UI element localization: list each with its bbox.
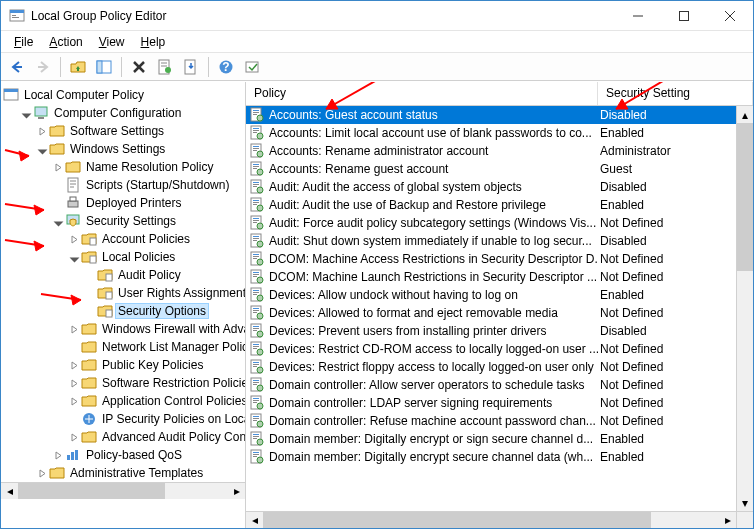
tree-item[interactable]: Software Restriction Policies [1, 374, 245, 392]
tree-item[interactable]: Policy-based QoS [1, 446, 245, 464]
scroll-left-button[interactable]: ◂ [1, 483, 18, 499]
maximize-button[interactable] [661, 1, 707, 30]
list-vscroll[interactable]: ▴ ▾ [736, 106, 753, 511]
policy-row[interactable]: Accounts: Guest account statusDisabled [246, 106, 753, 124]
scroll-right-button[interactable]: ▸ [228, 483, 245, 499]
policy-row[interactable]: Devices: Prevent users from installing p… [246, 322, 753, 340]
export-button[interactable] [179, 55, 203, 79]
policy-row[interactable]: Devices: Restrict floppy access to local… [246, 358, 753, 376]
minimize-button[interactable] [615, 1, 661, 30]
list-body[interactable]: Accounts: Guest account statusDisabledAc… [246, 106, 753, 511]
tree-expander[interactable] [67, 394, 81, 408]
vscroll-track[interactable] [737, 123, 753, 494]
tree-expander[interactable] [67, 358, 81, 372]
tree-expander[interactable] [51, 448, 65, 462]
tree-expander[interactable] [51, 214, 65, 228]
tree-item[interactable]: Public Key Policies [1, 356, 245, 374]
close-button[interactable] [707, 1, 753, 30]
tree-item[interactable]: Administrative Templates [1, 464, 245, 482]
policy-row[interactable]: Devices: Allow undock without having to … [246, 286, 753, 304]
tree-item[interactable]: Local Policies [1, 248, 245, 266]
tree-root[interactable]: Local Computer Policy [1, 86, 245, 104]
scroll-right-button[interactable]: ▸ [719, 512, 736, 528]
tree-item[interactable]: Account Policies [1, 230, 245, 248]
menu-help[interactable]: Help [134, 33, 173, 51]
tree-item[interactable]: Network List Manager Policies [1, 338, 245, 356]
policyf-icon [97, 267, 113, 283]
show-hide-tree-button[interactable] [92, 55, 116, 79]
tree-expander[interactable] [67, 232, 81, 246]
policy-row[interactable]: Audit: Audit the use of Backup and Resto… [246, 196, 753, 214]
policy-row[interactable]: DCOM: Machine Access Restrictions in Sec… [246, 250, 753, 268]
vscroll-thumb[interactable] [737, 123, 753, 271]
scroll-track[interactable] [263, 512, 719, 528]
tree-item[interactable]: User Rights Assignment [1, 284, 245, 302]
policy-row[interactable]: Domain controller: Refuse machine accoun… [246, 412, 753, 430]
folder-icon [49, 141, 65, 157]
printer-icon [65, 195, 81, 211]
list-header: Policy Security Setting [246, 82, 753, 106]
svg-rect-111 [253, 364, 259, 365]
tree-hscroll[interactable]: ◂ ▸ [1, 482, 245, 499]
col-security-setting[interactable]: Security Setting [598, 82, 753, 105]
policy-row[interactable]: Domain member: Digitally encrypt or sign… [246, 430, 753, 448]
tree-expander[interactable] [51, 160, 65, 174]
tree-item[interactable]: Security Settings [1, 212, 245, 230]
scroll-thumb[interactable] [18, 483, 165, 499]
options-button[interactable] [240, 55, 264, 79]
policy-row[interactable]: Accounts: Limit local account use of bla… [246, 124, 753, 142]
tree-expander[interactable] [67, 250, 81, 264]
policy-row[interactable]: Audit: Shut down system immediately if u… [246, 232, 753, 250]
policy-row[interactable]: Audit: Force audit policy subcategory se… [246, 214, 753, 232]
tree-item[interactable]: Windows Settings [1, 140, 245, 158]
tree-expander[interactable] [67, 430, 81, 444]
delete-button[interactable] [127, 55, 151, 79]
tree-item[interactable]: Security Options [1, 302, 245, 320]
tree-expander[interactable] [19, 106, 33, 120]
policy-row[interactable]: DCOM: Machine Launch Restrictions in Sec… [246, 268, 753, 286]
tree-item[interactable]: Audit Policy [1, 266, 245, 284]
tree-item[interactable]: Advanced Audit Policy Configuration [1, 428, 245, 446]
tree-item[interactable]: Computer Configuration [1, 104, 245, 122]
tree-expander[interactable] [35, 124, 49, 138]
col-policy[interactable]: Policy [246, 82, 598, 105]
tree-expander[interactable] [67, 322, 81, 336]
forward-button[interactable] [31, 55, 55, 79]
menu-view[interactable]: View [92, 33, 132, 51]
menu-action[interactable]: Action [42, 33, 89, 51]
titlebar: Local Group Policy Editor [1, 1, 753, 31]
up-folder-button[interactable] [66, 55, 90, 79]
scroll-up-button[interactable]: ▴ [737, 106, 753, 123]
policy-name: Accounts: Limit local account use of bla… [269, 126, 592, 140]
tree-item[interactable]: Scripts (Startup/Shutdown) [1, 176, 245, 194]
tree-item[interactable]: Windows Firewall with Advanced Security [1, 320, 245, 338]
tree-item[interactable]: Application Control Policies [1, 392, 245, 410]
policy-row[interactable]: Accounts: Rename administrator accountAd… [246, 142, 753, 160]
list-hscroll[interactable]: ◂ ▸ [246, 511, 753, 528]
policy-row[interactable]: Domain controller: LDAP server signing r… [246, 394, 753, 412]
menu-file[interactable]: File [7, 33, 40, 51]
policy-row[interactable]: Accounts: Rename guest accountGuest [246, 160, 753, 178]
scroll-track[interactable] [18, 483, 228, 499]
scroll-left-button[interactable]: ◂ [246, 512, 263, 528]
back-button[interactable] [5, 55, 29, 79]
svg-rect-110 [253, 362, 259, 363]
policy-row[interactable]: Domain member: Digitally encrypt secure … [246, 448, 753, 466]
policy-row[interactable]: Audit: Audit the access of global system… [246, 178, 753, 196]
scroll-thumb[interactable] [263, 512, 651, 528]
tree-pane[interactable]: Local Computer Policy Computer Configura… [1, 82, 246, 528]
help-button[interactable]: ? [214, 55, 238, 79]
tree-item[interactable]: Deployed Printers [1, 194, 245, 212]
policy-row[interactable]: Domain controller: Allow server operator… [246, 376, 753, 394]
policy-row[interactable]: Devices: Allowed to format and eject rem… [246, 304, 753, 322]
scroll-down-button[interactable]: ▾ [737, 494, 753, 511]
tree-expander[interactable] [35, 142, 49, 156]
tree-item[interactable]: Software Settings [1, 122, 245, 140]
tree-item[interactable]: IP Security Policies on Local Computer [1, 410, 245, 428]
tree-item[interactable]: Name Resolution Policy [1, 158, 245, 176]
tree-expander[interactable] [35, 466, 49, 480]
policy-row[interactable]: Devices: Restrict CD-ROM access to local… [246, 340, 753, 358]
policy-setting: Administrator [598, 144, 753, 158]
tree-expander[interactable] [67, 376, 81, 390]
properties-button[interactable] [153, 55, 177, 79]
